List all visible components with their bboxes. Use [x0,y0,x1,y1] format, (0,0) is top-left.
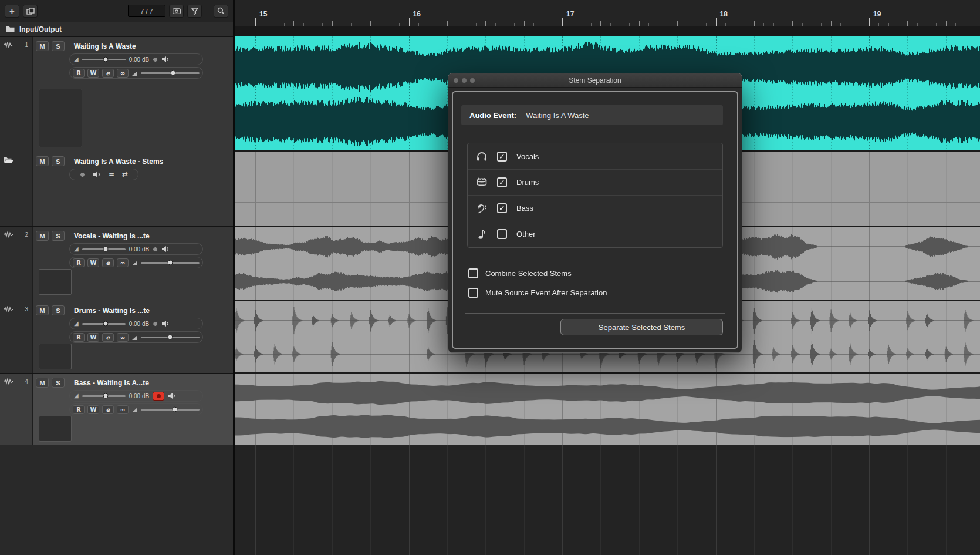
monitor-button[interactable] [153,57,158,62]
read-button[interactable]: R [73,333,85,342]
speaker-icon[interactable] [93,171,101,178]
edit-channel-button[interactable]: e [102,69,114,78]
ruler-tick [380,23,380,26]
ruler-tick [399,23,400,26]
mute-button[interactable]: M [36,156,49,166]
monitor-button[interactable] [153,247,158,252]
mute-button[interactable]: M [36,41,49,51]
read-button[interactable]: R [73,258,85,267]
track-presets-icon[interactable] [23,5,38,18]
waveform-canvas [235,374,980,445]
write-button[interactable]: W [87,258,99,267]
track-picture-box[interactable] [39,269,72,295]
automation-row: R W e ∞ [69,331,203,343]
track-row-vocals[interactable]: 2 M S Vocals - Waiting Is ...te ◢ 0.00 d… [0,226,233,301]
folder-open-icon [4,157,13,164]
mute-source-option[interactable]: Mute Source Event After Separation [468,287,607,298]
track-picture-box[interactable] [39,416,72,442]
pan-slider[interactable] [141,337,200,338]
volume-slider[interactable] [82,395,126,397]
stem-label: Bass [516,204,533,213]
write-button[interactable]: W [87,333,99,342]
volume-slider[interactable] [82,59,126,60]
edit-channel-button[interactable]: e [102,258,114,267]
bypass-inserts-button[interactable]: ∞ [117,258,129,267]
track-row-stems-folder[interactable]: M S Waiting Is A Waste - Stems = ⇄ [0,152,233,226]
ruler-tick [418,23,419,26]
solo-button[interactable]: S [52,378,65,388]
volume-slider[interactable] [82,323,126,325]
volume-row: ◢ 0.00 dB [69,390,203,402]
tracklist-empty-area [0,445,233,555]
monitor-button[interactable] [80,172,85,177]
audio-event-label: Audio Event: [469,111,516,120]
timeline-ruler[interactable]: 1516171819 [235,0,980,26]
mute-button[interactable]: M [36,305,49,315]
track-picture-box[interactable] [39,89,82,147]
record-enable-button[interactable] [153,392,164,401]
bass-checkbox[interactable] [497,203,507,213]
combine-stems-checkbox[interactable] [468,268,478,278]
bypass-inserts-button[interactable]: ∞ [117,69,129,78]
mute-button[interactable]: M [36,378,49,388]
ruler-tick [860,23,860,26]
close-icon[interactable] [454,78,458,83]
filter-icon[interactable] [187,5,202,18]
ruler-tick [745,23,745,26]
solo-button[interactable]: S [52,41,65,51]
ruler-tick [313,23,313,26]
read-button[interactable]: R [73,405,85,414]
track-number: 3 [25,306,28,312]
mute-button[interactable]: M [36,231,49,241]
write-button[interactable]: W [87,69,99,78]
zoom-icon[interactable] [470,78,475,83]
speaker-icon[interactable] [161,56,170,63]
add-track-button[interactable]: + [5,5,19,18]
solo-button[interactable]: S [52,305,65,315]
edit-channel-button[interactable]: e [102,333,114,342]
vocals-checkbox[interactable] [497,152,507,162]
input-output-row[interactable]: Input/Output [0,22,233,36]
volume-slider[interactable] [82,248,126,250]
ruler-tick [840,23,841,26]
bypass-inserts-button[interactable]: ∞ [117,333,129,342]
other-checkbox[interactable] [497,229,507,239]
volume-row: ◢ 0.00 dB [69,318,203,329]
track-counter: 7 / 7 [128,5,165,17]
minimize-icon[interactable] [462,78,467,83]
camera-icon[interactable] [169,5,184,18]
write-button[interactable]: W [87,405,99,414]
monitor-button[interactable] [153,321,158,327]
edit-channel-button[interactable]: e [102,405,114,414]
ruler-tick [447,21,448,26]
speaker-icon[interactable] [168,392,176,399]
ruler-tick [275,23,275,26]
separate-selected-stems-button[interactable]: Separate Selected Stems [560,319,723,335]
pan-slider[interactable] [141,72,200,74]
speaker-icon[interactable] [161,320,170,327]
search-icon[interactable] [214,5,228,18]
pan-slider[interactable] [141,262,200,264]
combine-stems-option[interactable]: Combine Selected Stems [468,267,572,279]
stems-link-icon[interactable]: ⇄ [122,171,128,178]
track-row-drums[interactable]: 3 M S Drums - Waiting Is ...te ◢ 0.00 dB… [0,301,233,373]
track-picture-box[interactable] [39,344,72,369]
audio-event-bass[interactable] [235,374,980,445]
empty-arrange-area[interactable] [235,445,980,555]
group-icon[interactable]: = [109,171,114,178]
read-button[interactable]: R [73,69,85,78]
bypass-inserts-button[interactable]: ∞ [117,405,129,414]
solo-button[interactable]: S [52,156,65,166]
pan-slider[interactable] [141,409,200,411]
ruler-tick [495,23,496,26]
ruler-tick [265,23,265,26]
speaker-icon[interactable] [161,245,170,253]
ruler-tick [955,23,956,26]
mute-source-checkbox[interactable] [468,288,478,298]
solo-button[interactable]: S [52,231,65,241]
track-row-waiting-is-a-waste[interactable]: 1 M S Waiting Is A Waste ◢ 0.00 dB R W e… [0,36,233,152]
automation-row: R W e ∞ [69,257,203,268]
drums-checkbox[interactable] [497,177,507,187]
track-row-bass[interactable]: 4 M S Bass - Waiting Is A...te ◢ 0.00 dB… [0,373,233,445]
dialog-titlebar[interactable]: Stem Separation [448,73,742,88]
